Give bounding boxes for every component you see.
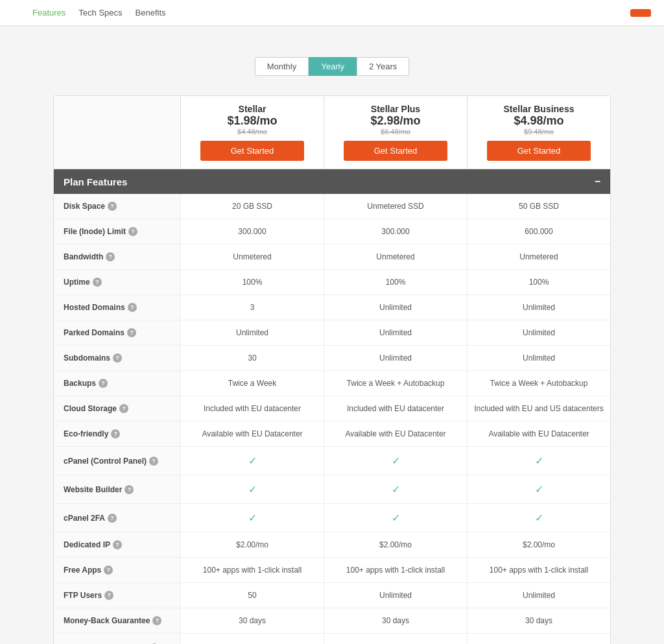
feature-cell-11-1: ✓ [324, 475, 467, 503]
plan-stellar-cta[interactable]: Get Started [200, 141, 304, 161]
plan-stellar-plus-oldprice: $6.48/mo [331, 128, 460, 136]
check-icon: ✓ [535, 512, 543, 524]
feature-cell-9-1: Available with EU Datacenter [324, 422, 467, 446]
plan-stellar-business-price: $4.98/mo [474, 114, 604, 128]
check-icon: ✓ [248, 512, 257, 524]
info-icon-5[interactable]: ? [127, 328, 136, 337]
billing-monthly[interactable]: Monthly [255, 57, 309, 76]
info-icon-13[interactable]: ? [113, 540, 122, 549]
page-content: Monthly Yearly 2 Years Stellar $1.98/mo … [47, 26, 617, 644]
info-icon-3[interactable]: ? [93, 278, 102, 287]
table-row: FTP Users?50UnlimitedUnlimited [54, 583, 610, 608]
table-row: Hosted Domains?3UnlimitedUnlimited [54, 295, 610, 320]
plan-stellar-plus-cta[interactable]: Get Started [344, 141, 447, 161]
feature-cell-8-2: Included with EU and US datacenters [467, 396, 610, 421]
feature-cell-0-0: 20 GB SSD [180, 194, 324, 219]
table-row: Parked Domains?UnlimitedUnlimitedUnlimit… [54, 320, 610, 346]
feature-cell-7-2: Twice a Week + Autobackup [467, 371, 610, 396]
feature-label-9: Eco-friendly? [54, 422, 180, 446]
info-icon-2[interactable]: ? [106, 252, 115, 261]
info-icon-10[interactable]: ? [149, 457, 158, 466]
feature-label-16: Money-Back Guarantee? [54, 608, 180, 633]
feature-label-text-1: File (Inode) Limit [64, 227, 126, 236]
feature-cell-0-2: 50 GB SSD [467, 194, 610, 219]
info-icon-0[interactable]: ? [108, 202, 117, 211]
info-icon-9[interactable]: ? [111, 429, 120, 438]
info-icon-12[interactable]: ? [108, 514, 117, 523]
table-row: Free Apps?100+ apps with 1-click install… [54, 558, 610, 583]
check-icon: ✓ [392, 455, 400, 467]
feature-cell-10-2: ✓ [467, 447, 610, 475]
table-row: Cloud Storage?Included with EU datacente… [54, 396, 610, 422]
table-row: Money-Back Guarantee?30 days30 days30 da… [54, 608, 610, 634]
table-row: Dedicated IP?$2.00/mo$2.00/mo$2.00/mo [54, 532, 610, 558]
plan-stellar-oldprice: $4.48/mo [187, 128, 317, 136]
feature-label-text-0: Disk Space [64, 202, 105, 211]
feature-label-5: Parked Domains? [54, 320, 180, 345]
table-row: Disk Space?20 GB SSDUnmetered SSD50 GB S… [54, 194, 610, 219]
feature-label-text-7: Backups [64, 379, 96, 388]
plan-info-text [54, 96, 180, 169]
plan-stellar-plus-name: Stellar Plus [331, 104, 460, 114]
info-icon-1[interactable]: ? [128, 227, 137, 236]
feature-label-0: Disk Space? [54, 194, 180, 219]
nav-tech-specs[interactable]: Tech Specs [78, 8, 122, 18]
feature-label-text-4: Hosted Domains [64, 303, 125, 312]
feature-cell-9-0: Available with EU Datacenter [180, 422, 324, 446]
feature-cell-2-2: Unmetered [467, 244, 610, 269]
feature-cell-5-1: Unlimited [324, 320, 467, 345]
feature-cell-3-0: 100% [180, 270, 324, 294]
section-plan-features-header: Plan Features − [54, 169, 610, 194]
info-icon-16[interactable]: ? [152, 616, 161, 625]
feature-cell-8-1: Included with EU datacenter [324, 396, 467, 421]
billing-2years[interactable]: 2 Years [357, 57, 409, 76]
info-icon-11[interactable]: ? [124, 485, 134, 494]
feature-label-11: Website Builder? [54, 475, 180, 503]
feature-cell-2-0: Unmetered [180, 244, 324, 269]
feature-cell-7-1: Twice a Week + Autobackup [324, 371, 467, 396]
info-icon-8[interactable]: ? [119, 404, 128, 413]
feature-label-text-13: Dedicated IP [64, 540, 110, 549]
section-plan-features-toggle[interactable]: − [595, 176, 600, 187]
nav-features[interactable]: Features [32, 8, 65, 18]
feature-cell-16-2: 30 days [467, 608, 610, 633]
plan-stellar-business-cta[interactable]: Get Started [487, 141, 591, 161]
nav-benefits[interactable]: Benefits [136, 8, 166, 18]
feature-cell-15-2: Unlimited [467, 583, 610, 608]
feature-cell-1-0: 300.000 [180, 219, 324, 244]
feature-cell-9-2: Available with EU Datacenter [467, 422, 610, 446]
table-row: Personal Nameservers?——✓ [54, 634, 610, 644]
info-icon-7[interactable]: ? [99, 379, 108, 388]
plan-stellar-business-name: Stellar Business [474, 104, 604, 114]
feature-label-3: Uptime? [54, 270, 180, 294]
feature-cell-6-2: Unlimited [467, 346, 610, 370]
feature-label-2: Bandwidth? [54, 244, 180, 269]
plan-stellar-business: Stellar Business $4.98/mo $9.48/mo Get S… [467, 96, 610, 169]
plan-stellar-plus: Stellar Plus $2.98/mo $6.48/mo Get Start… [324, 96, 467, 169]
feature-cell-13-2: $2.00/mo [467, 532, 610, 557]
feature-label-4: Hosted Domains? [54, 295, 180, 320]
plan-stellar-business-oldprice: $9.48/mo [474, 128, 604, 136]
billing-toggle: Monthly Yearly 2 Years [53, 57, 611, 76]
feature-label-text-16: Money-Back Guarantee [64, 616, 150, 625]
billing-yearly[interactable]: Yearly [309, 57, 357, 76]
info-icon-4[interactable]: ? [128, 303, 137, 312]
feature-label-1: File (Inode) Limit? [54, 219, 180, 244]
info-icon-14[interactable]: ? [104, 566, 113, 575]
table-row: Website Builder?✓✓✓ [54, 475, 610, 504]
feature-cell-14-1: 100+ apps with 1-click install [324, 558, 467, 582]
feature-cell-12-0: ✓ [180, 504, 324, 532]
feature-label-text-12: cPanel 2FA [64, 514, 105, 523]
feature-label-text-6: Subdomains [64, 353, 110, 363]
feature-label-15: FTP Users? [54, 583, 180, 608]
table-row: Eco-friendly?Available with EU Datacente… [54, 422, 610, 447]
feature-cell-4-0: 3 [180, 295, 324, 320]
feature-label-text-5: Parked Domains [64, 328, 124, 337]
feature-cell-5-0: Unlimited [180, 320, 324, 345]
feature-cell-11-0: ✓ [180, 475, 324, 503]
buy-now-button[interactable] [630, 9, 651, 17]
info-icon-15[interactable]: ? [104, 591, 113, 600]
info-icon-6[interactable]: ? [113, 353, 122, 363]
section-plan-features-title: Plan Features [64, 176, 127, 187]
feature-rows: Disk Space?20 GB SSDUnmetered SSD50 GB S… [54, 194, 610, 644]
